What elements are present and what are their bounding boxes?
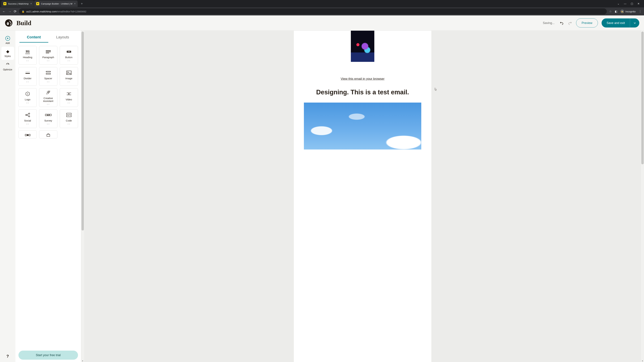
drag-grip-icon: ⠿⠿ <box>47 104 50 105</box>
email-headline[interactable]: Designing. This is a test email. <box>316 89 409 96</box>
left-rail: + Add ◆ Styles Optimize ? <box>0 31 16 362</box>
block-image[interactable]: Image⠿⠿ <box>60 67 78 86</box>
svg-point-3 <box>10 22 10 23</box>
email-body[interactable]: View this email in your browser Designin… <box>294 31 431 362</box>
email-hero-image[interactable] <box>304 103 421 149</box>
drag-grip-icon: ⠿⠿ <box>47 124 50 125</box>
start-trial-button[interactable]: Start your free trial <box>18 351 78 360</box>
address-row: ← → ⟳ 🔒 us21.admin.mailchimp.com/email/e… <box>0 7 644 15</box>
browser-tab-success[interactable]: ✳ Success | Mailchimp × <box>1 0 34 7</box>
block-label: Social <box>24 119 31 122</box>
block-label: Paragraph <box>42 56 54 59</box>
svg-point-24 <box>28 113 30 114</box>
block-survey[interactable]: Survey⠿⠿ <box>39 109 57 128</box>
social-icon <box>25 112 30 117</box>
undo-button[interactable] <box>559 21 564 25</box>
sidebar-scrollbar[interactable]: ▴ ▾ <box>81 31 84 362</box>
reload-icon[interactable]: ⟳ <box>14 9 16 13</box>
tab-title: Success | Mailchimp <box>8 2 29 5</box>
survey-icon <box>45 112 52 117</box>
redo-button[interactable] <box>568 21 572 25</box>
mailchimp-logo-icon[interactable] <box>5 19 13 27</box>
block-label: Video <box>66 98 72 101</box>
back-icon[interactable]: ← <box>2 9 6 13</box>
block-divider[interactable]: Divider⠿⠿ <box>18 67 37 86</box>
rail-add-label: Add <box>6 42 10 44</box>
preview-button[interactable]: Preview <box>576 18 598 27</box>
tab-layouts[interactable]: Layouts <box>48 32 77 42</box>
incognito-indicator[interactable]: 🕵 Incognito <box>620 9 636 13</box>
block-code[interactable]: Code⠿⠿ <box>60 109 78 128</box>
video-icon <box>66 91 72 96</box>
trial-banner: Start your free trial <box>16 348 81 362</box>
rail-optimize-label: Optimize <box>3 68 12 71</box>
close-window-icon[interactable]: ✕ <box>638 2 640 5</box>
block-video[interactable]: Video⠿⠿ <box>60 88 78 107</box>
block-social[interactable]: Social⠿⠿ <box>18 109 37 128</box>
new-tab-button[interactable]: + <box>79 1 84 6</box>
scroll-down-icon[interactable]: ▾ <box>641 360 644 362</box>
canvas-scrollbar[interactable]: ▴ ▾ <box>641 31 644 362</box>
rail-optimize[interactable]: Optimize <box>1 60 14 73</box>
drag-grip-icon: ⠿⠿ <box>47 82 50 83</box>
svg-rect-35 <box>47 134 50 136</box>
block-label: Spacer <box>44 77 52 80</box>
block-label: Heading <box>23 56 32 59</box>
scroll-thumb[interactable] <box>641 32 644 164</box>
help-button[interactable]: ? <box>6 354 9 359</box>
svg-rect-28 <box>45 114 47 116</box>
freddie-icon <box>5 19 13 27</box>
view-in-browser-link[interactable]: View this email in your browser <box>340 77 384 81</box>
drag-grip-icon: ⠿⠿ <box>26 103 29 104</box>
browser-menu-icon[interactable]: ⋮ <box>639 9 642 13</box>
tab-content[interactable]: Content <box>20 32 48 42</box>
block-heading[interactable]: HiHeading⠿⠿ <box>18 46 37 65</box>
tab-title: Campaign Builder - Untitled | M <box>41 2 72 5</box>
blocks-panel[interactable]: HiHeading⠿⠿Paragraph⠿⠿Button⠿⠿Divider⠿⠿S… <box>16 42 81 362</box>
rail-add[interactable]: + Add <box>1 34 14 47</box>
heading-icon: Hi <box>25 49 30 54</box>
side-panel-icon[interactable]: ◧ <box>615 10 617 13</box>
block-apps[interactable] <box>18 130 37 138</box>
save-and-exit-button[interactable]: Save and exit <box>602 18 630 27</box>
app: Build Saving... Preview Save and exit + <box>0 15 644 362</box>
block-product[interactable] <box>39 130 57 138</box>
save-dropdown-button[interactable] <box>630 18 639 27</box>
browser-tab-builder[interactable]: ✳ Campaign Builder - Untitled | M × <box>34 0 78 7</box>
scroll-thumb[interactable] <box>82 32 84 230</box>
minimize-icon[interactable]: — <box>624 2 626 5</box>
block-label: Divider <box>24 77 32 80</box>
forward-icon[interactable]: → <box>8 9 12 13</box>
drag-grip-icon: ⠿⠿ <box>68 82 70 83</box>
mailchimp-favicon-icon: ✳ <box>3 2 6 5</box>
undo-icon <box>560 21 564 25</box>
mouse-cursor-icon <box>435 88 437 91</box>
svg-rect-32 <box>25 134 26 136</box>
email-logo-image[interactable] <box>351 31 374 62</box>
block-logo[interactable]: ALogo⠿⠿ <box>18 88 37 107</box>
bookmark-star-icon[interactable]: ☆ <box>609 9 612 13</box>
svg-line-26 <box>27 114 29 115</box>
block-creative[interactable]: Creative Assistant⠿⠿ <box>39 88 57 107</box>
logo-icon: A <box>25 91 30 96</box>
svg-rect-9 <box>68 51 70 52</box>
svg-point-19 <box>46 93 47 94</box>
close-tab-icon[interactable]: × <box>74 2 76 5</box>
address-bar[interactable]: 🔒 us21.admin.mailchimp.com/email/editor?… <box>19 8 607 14</box>
block-button[interactable]: Button⠿⠿ <box>60 46 78 65</box>
svg-line-4 <box>8 64 8 64</box>
scroll-down-icon[interactable]: ▾ <box>81 360 84 362</box>
styles-icon: ◆ <box>6 49 9 54</box>
maximize-icon[interactable]: ▢ <box>631 2 633 5</box>
optimize-icon <box>6 62 10 67</box>
block-paragraph[interactable]: Paragraph⠿⠿ <box>39 46 57 65</box>
svg-rect-30 <box>50 114 51 116</box>
block-spacer[interactable]: Spacer⠿⠿ <box>39 67 57 86</box>
close-tab-icon[interactable]: × <box>30 2 32 5</box>
tab-search-icon[interactable]: ⌄ <box>617 2 620 5</box>
product-icon <box>46 133 50 138</box>
block-label: Logo <box>25 98 30 101</box>
rail-styles[interactable]: ◆ Styles <box>1 47 14 60</box>
email-canvas[interactable]: View this email in your browser Designin… <box>84 31 641 362</box>
block-label: Survey <box>44 119 52 122</box>
